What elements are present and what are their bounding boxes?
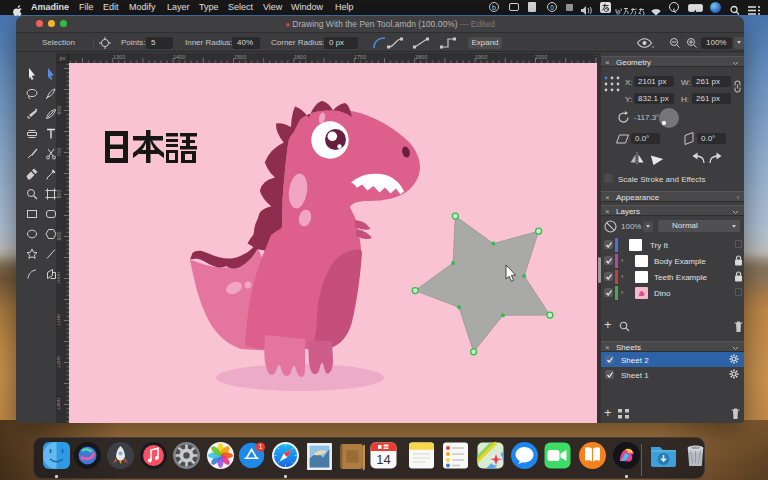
svg-text:14: 14 — [376, 452, 390, 467]
svg-text:1: 1 — [259, 443, 263, 450]
